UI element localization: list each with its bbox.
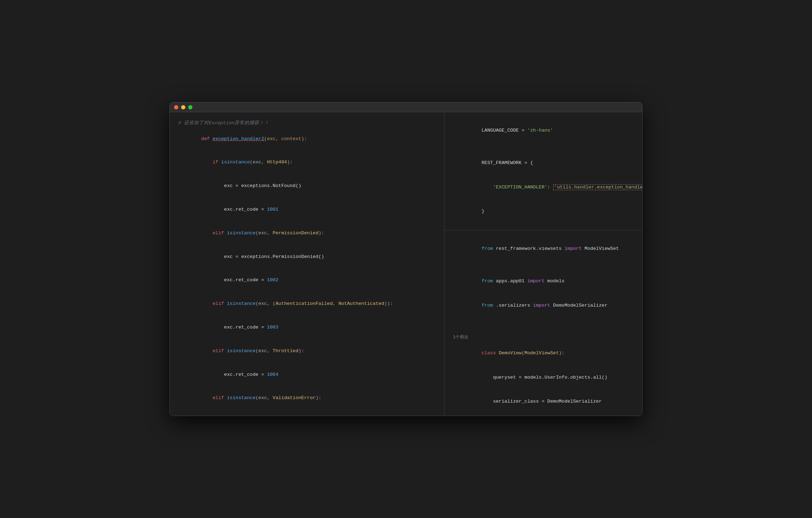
exc-permission-denied: exc = exceptions.PermissionDenied() (178, 245, 436, 269)
import-models: from apps.app01 import models (453, 269, 634, 294)
class-def-line: class DemoView(ModelViewSet): (453, 341, 634, 366)
usage-count-label: 1个用法 (453, 334, 634, 341)
blank-r4 (453, 326, 634, 334)
import-modelviewset: from rest_framework.viewsets import Mode… (453, 237, 634, 261)
maximize-button[interactable] (188, 105, 192, 109)
queryset-line: queryset = models.UserInfo.objects.all() (453, 366, 634, 390)
close-button[interactable] (174, 105, 178, 109)
editor-window: # 还添加了对Exception异常的捕获！！ def exception_ha… (169, 102, 643, 416)
content-area: # 还添加了对Exception异常的捕获！！ def exception_ha… (170, 112, 642, 416)
language-code-line: LANGUAGE_CODE = 'zh-hans' (453, 119, 634, 143)
close-brace-settings: } (453, 199, 634, 224)
exc-not-found: exc = exceptions.NotFound() (178, 174, 436, 198)
def-line: def exception_handler2(exc, context): (178, 127, 436, 151)
elif-throttled: elif isinstance(exc, Throttled): (178, 339, 436, 363)
settings-block: LANGUAGE_CODE = 'zh-hans' REST_FRAMEWORK… (444, 112, 642, 230)
elif-auth: elif isinstance(exc, (AuthenticationFail… (178, 292, 436, 316)
ret-code-1004: exc.ret_code = 1004 (178, 363, 436, 386)
blank-r3 (453, 318, 634, 326)
if-isinstance-1: if isinstance(exc, Http404): (178, 151, 436, 174)
ret-code-1002: exc.ret_code = 1002 (178, 269, 436, 292)
blank-r1 (453, 143, 634, 151)
exception-handler-line: 'EXCEPTION_HANDLER': 'utils.handler.exce… (453, 175, 634, 200)
imports-class-block: from rest_framework.viewsets import Mode… (444, 230, 642, 416)
blank-r2 (453, 261, 634, 269)
comment-line-1: # 还添加了对Exception异常的捕获！！ (178, 119, 436, 127)
import-serializer: from .serializers import DemoModelSerial… (453, 294, 634, 318)
auth-classes-line: authentication_classes = [] (453, 414, 634, 416)
ret-code-1005: exc.ret_code = 1005 (178, 410, 436, 416)
serializer-class-line: serializer_class = DemoModelSerializer (453, 390, 634, 414)
ret-code-1001: exc.ret_code = 1001 (178, 198, 436, 222)
ret-code-1003: exc.ret_code = 1003 (178, 316, 436, 339)
titlebar (170, 102, 642, 112)
elif-validation: elif isinstance(exc, ValidationError): (178, 386, 436, 410)
rest-framework-line: REST_FRAMEWORK = { (453, 151, 634, 175)
right-panel: LANGUAGE_CODE = 'zh-hans' REST_FRAMEWORK… (444, 112, 642, 416)
left-code-panel[interactable]: # 还添加了对Exception异常的捕获！！ def exception_ha… (170, 112, 444, 416)
minimize-button[interactable] (181, 105, 185, 109)
elif-permission: elif isinstance(exc, PermissionDenied): (178, 221, 436, 245)
